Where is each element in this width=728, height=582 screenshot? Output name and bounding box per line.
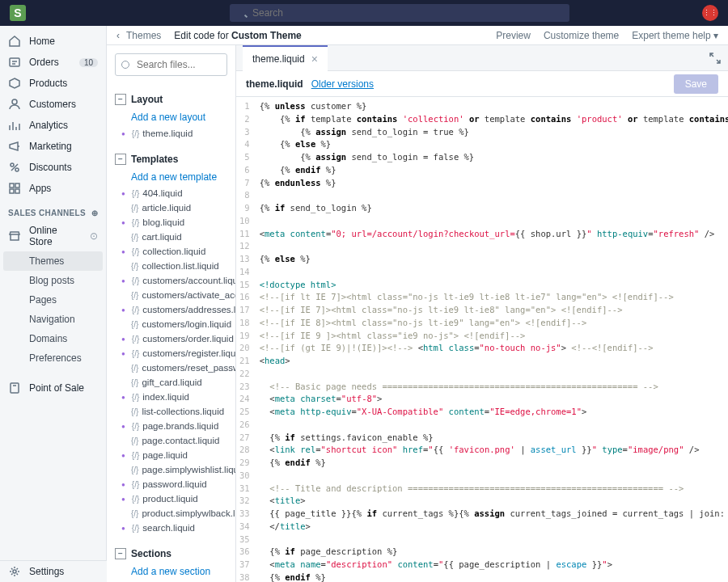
tab-close-icon[interactable]: × (311, 53, 318, 65)
save-button[interactable]: Save (674, 74, 718, 94)
nav-online-store[interactable]: Online Store⊙ (0, 221, 106, 251)
file-item[interactable]: {/}customers/activate_account.liquid (107, 288, 235, 302)
add-templates[interactable]: Add a new template (107, 168, 235, 186)
nav-marketing[interactable]: Marketing (0, 136, 106, 157)
file-search-input[interactable] (115, 53, 227, 76)
nav-discounts[interactable]: Discounts (0, 157, 106, 178)
action-preview[interactable]: Preview (496, 30, 531, 41)
file-item[interactable]: {/}collection.liquid (107, 244, 235, 259)
file-explorer: −LayoutAdd a new layout{/}theme.liquid−T… (107, 45, 236, 582)
app-logo[interactable]: S (10, 5, 26, 21)
file-item[interactable]: {/}page.liquid (107, 448, 235, 462)
apps-icon (8, 182, 21, 195)
liquid-icon: {/} (131, 320, 138, 329)
global-search-input[interactable] (230, 4, 569, 22)
action-customize[interactable]: Customize theme (544, 30, 619, 41)
file-item[interactable]: {/}blog.liquid (107, 215, 235, 230)
folder-templates[interactable]: −Templates (107, 150, 235, 168)
liquid-icon: {/} (131, 262, 138, 271)
nav-pos[interactable]: Point of Sale (0, 377, 106, 399)
nav-badge: 10 (79, 58, 98, 67)
settings-icon (8, 565, 21, 578)
file-item[interactable]: {/}theme.liquid (107, 126, 235, 141)
file-item[interactable]: {/}article.liquid (107, 200, 235, 215)
liquid-icon: {/} (131, 466, 138, 474)
file-item[interactable]: {/}404.liquid (107, 186, 235, 200)
file-item[interactable]: {/}cart.liquid (107, 230, 235, 244)
nav-sub-navigation[interactable]: Navigation (0, 310, 106, 329)
file-item[interactable]: {/}customers/reset_password.liquid (107, 361, 235, 375)
nav-sub-preferences[interactable]: Preferences (0, 348, 106, 368)
file-item[interactable]: {/}collection.list.liquid (107, 259, 235, 273)
primary-nav: HomeOrders10ProductsCustomersAnalyticsMa… (0, 26, 107, 582)
file-item[interactable]: {/}page.brands.liquid (107, 419, 235, 433)
liquid-icon: {/} (132, 422, 139, 431)
file-item[interactable]: {/}search.liquid (107, 521, 235, 535)
user-avatar[interactable]: ⋮⋮ (702, 5, 718, 21)
svg-rect-0 (10, 58, 19, 66)
nav-products[interactable]: Products (0, 73, 106, 94)
liquid-icon: {/} (132, 393, 139, 402)
liquid-icon: {/} (131, 436, 138, 445)
file-item[interactable]: {/}customers/login.liquid (107, 317, 235, 331)
expand-icon[interactable] (709, 52, 722, 65)
nav-sub-themes[interactable]: Themes (3, 251, 103, 271)
channels-heading: SALES CHANNELS⊕ (0, 199, 106, 221)
add-layout[interactable]: Add a new layout (107, 108, 235, 126)
liquid-icon: {/} (132, 218, 139, 227)
svg-rect-6 (10, 189, 14, 193)
folder-sections[interactable]: −Sections (107, 545, 235, 563)
file-item[interactable]: {/}page.contact.liquid (107, 433, 235, 448)
expanded-icon: − (115, 548, 126, 559)
liquid-icon: {/} (131, 364, 138, 373)
code-editor[interactable]: 1234567891011121314151617181920212223242… (236, 97, 728, 582)
liquid-icon: {/} (132, 189, 139, 198)
nav-apps[interactable]: Apps (0, 178, 106, 199)
file-item[interactable]: {/}product.liquid (107, 491, 235, 506)
breadcrumb-back[interactable]: Themes (126, 30, 161, 41)
liquid-icon: {/} (132, 276, 139, 285)
file-item[interactable]: {/}product.simplywlback.liquid (107, 506, 235, 521)
topbar: S ⋮⋮ (0, 0, 728, 26)
breadcrumb: ‹ Themes Edit code for Custom Theme Prev… (107, 26, 728, 45)
file-item[interactable]: {/}list-collections.liquid (107, 404, 235, 419)
discounts-icon (8, 161, 21, 174)
tab-theme-liquid[interactable]: theme.liquid × (243, 45, 328, 71)
liquid-icon: {/} (132, 306, 139, 314)
file-item[interactable]: {/}customers/register.liquid (107, 346, 235, 361)
nav-customers[interactable]: Customers (0, 94, 106, 115)
store-icon (8, 230, 21, 242)
liquid-icon: {/} (132, 495, 139, 504)
nav-analytics[interactable]: Analytics (0, 115, 106, 136)
add-channel-icon[interactable]: ⊕ (91, 209, 98, 217)
file-item[interactable]: {/}password.liquid (107, 477, 235, 491)
nav-home[interactable]: Home (0, 31, 106, 52)
add-sections[interactable]: Add a new section (107, 563, 235, 580)
page-title-pre: Edit code for (174, 30, 231, 41)
nav-settings[interactable]: Settings (0, 561, 107, 582)
analytics-icon (8, 119, 21, 132)
file-item[interactable]: {/}gift_card.liquid (107, 375, 235, 390)
action-expert[interactable]: Expert theme help ▾ (632, 30, 718, 41)
file-item[interactable]: {/}index.liquid (107, 390, 235, 404)
editor-tabs: theme.liquid × (236, 45, 728, 71)
file-item[interactable]: {/}customers/addresses.liquid (107, 302, 235, 317)
back-chevron-icon[interactable]: ‹ (116, 30, 120, 41)
older-versions-link[interactable]: Older versions (311, 78, 374, 90)
tab-label: theme.liquid (252, 53, 305, 65)
file-item[interactable]: {/}customers/order.liquid (107, 331, 235, 346)
nav-sub-blog-posts[interactable]: Blog posts (0, 271, 106, 290)
folder-layout[interactable]: −Layout (107, 91, 235, 108)
customers-icon (8, 98, 21, 111)
nav-orders[interactable]: Orders10 (0, 52, 106, 73)
file-item[interactable]: {/}page.simplywishlist.liquid (107, 462, 235, 477)
liquid-icon: {/} (132, 480, 139, 489)
pos-icon (8, 382, 21, 394)
view-icon[interactable]: ⊙ (90, 230, 98, 242)
liquid-icon: {/} (132, 349, 139, 358)
file-item[interactable]: {/}customers/account.liquid (107, 273, 235, 288)
nav-sub-pages[interactable]: Pages (0, 290, 106, 310)
expanded-icon: − (115, 154, 126, 165)
nav-sub-domains[interactable]: Domains (0, 329, 106, 348)
liquid-icon: {/} (132, 451, 139, 460)
